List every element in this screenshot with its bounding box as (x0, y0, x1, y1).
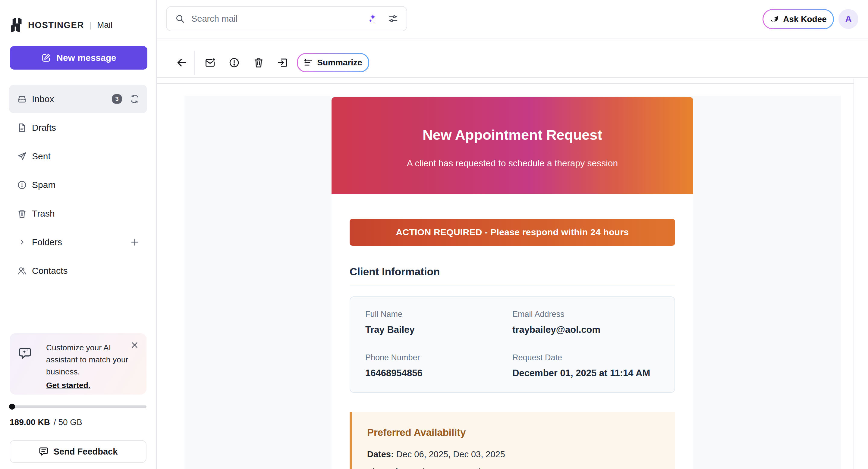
field-value: December 01, 2025 at 11:14 AM (513, 367, 659, 379)
back-arrow-icon[interactable] (176, 57, 188, 69)
inbox-icon (17, 94, 27, 104)
availability-heading: Preferred Availability (367, 427, 660, 439)
sidebar-item-label: Spam (32, 180, 56, 190)
dates-value: Dec 06, 2025, Dec 03, 2025 (396, 449, 505, 459)
add-folder-icon[interactable] (130, 238, 139, 247)
sidebar-item-contacts[interactable]: Contacts (9, 256, 147, 285)
field-value: Tray Bailey (365, 324, 513, 336)
email-subtitle: A client has requested to schedule a the… (332, 158, 693, 168)
ai-promo-message: Customize your AI assistant to match you… (46, 342, 133, 378)
sidebar-item-trash[interactable]: Trash (9, 199, 147, 228)
message-view: New Appointment Request A client has req… (157, 79, 868, 469)
sidebar-item-sent[interactable]: Sent (9, 142, 147, 170)
email-body: ACTION REQUIRED - Please respond within … (332, 194, 693, 469)
content-right-border (854, 79, 854, 469)
brand-logo: HOSTINGER | Mail (10, 18, 113, 33)
sidebar: HOSTINGER | Mail New message Inbox 3 Dr (0, 0, 157, 469)
inbox-unread-badge: 3 (112, 94, 122, 104)
availability-dates: Dates: Dec 06, 2025, Dec 03, 2025 (367, 449, 660, 460)
chevron-right-icon (19, 239, 25, 245)
email-hero-banner: New Appointment Request A client has req… (332, 97, 693, 194)
field-phone-number: Phone Number 16468954856 (365, 353, 513, 379)
message-scroll-area[interactable]: New Appointment Request A client has req… (184, 96, 841, 469)
contacts-icon (17, 266, 27, 276)
field-label: Phone Number (365, 353, 513, 363)
refresh-icon[interactable] (130, 94, 139, 104)
ask-kodee-button[interactable]: Ask Kodee (763, 9, 834, 29)
storage-usage-bar (10, 405, 147, 408)
field-request-date: Request Date December 01, 2025 at 11:14 … (513, 353, 659, 379)
sidebar-item-label: Trash (32, 208, 55, 219)
slots-label: Time Slots: (367, 467, 414, 469)
message-toolbar: Summarize (157, 39, 868, 78)
field-label: Full Name (365, 309, 513, 319)
email-card: New Appointment Request A client has req… (332, 97, 693, 469)
avatar-initial: A (845, 14, 852, 24)
spam-icon (17, 180, 27, 190)
storage-total: / 50 GB (54, 417, 82, 427)
chat-sparkle-icon (18, 346, 32, 360)
compose-icon (41, 53, 51, 63)
storage-label: 189.00 KB / 50 GB (10, 417, 82, 427)
brand-product: Mail (97, 20, 113, 30)
feedback-chat-icon (38, 446, 49, 457)
storage-usage-fill (9, 404, 15, 410)
ai-promo-card: Customize your AI assistant to match you… (10, 333, 147, 395)
ai-promo-get-started-link[interactable]: Get started. (46, 381, 90, 390)
top-header: Ask Kodee A (157, 0, 868, 39)
report-spam-icon[interactable] (229, 57, 240, 68)
storage-used: 189.00 KB (10, 417, 50, 427)
sent-icon (17, 152, 27, 161)
trash-icon (17, 209, 27, 219)
search-input[interactable] (191, 14, 367, 24)
email-title: New Appointment Request (332, 97, 693, 143)
field-email-address: Email Address traybailey@aol.com (513, 309, 659, 336)
message-header-strip (157, 79, 854, 84)
client-information-heading: Client Information (350, 266, 675, 278)
drafts-icon (17, 123, 27, 133)
sidebar-item-label: Inbox (32, 94, 54, 104)
brand-separator: | (90, 21, 92, 30)
ask-kodee-label: Ask Kodee (783, 14, 827, 24)
summarize-icon (304, 58, 313, 67)
folder-nav: Inbox 3 Drafts Sent Spam (9, 85, 147, 285)
close-icon[interactable] (130, 341, 138, 349)
new-message-button[interactable]: New message (10, 46, 147, 70)
field-label: Request Date (513, 353, 659, 363)
send-feedback-label: Send Feedback (54, 447, 118, 457)
summarize-button[interactable]: Summarize (297, 53, 369, 72)
field-label: Email Address (513, 309, 659, 319)
sidebar-item-label: Drafts (32, 123, 56, 133)
preferred-availability-box: Preferred Availability Dates: Dec 06, 20… (350, 412, 675, 469)
ai-search-sparkles-icon[interactable] (367, 13, 378, 24)
field-value: 16468954856 (365, 367, 513, 379)
mark-unread-icon[interactable] (205, 57, 216, 68)
hostinger-logo-icon (10, 18, 23, 33)
brand-name: HOSTINGER (28, 20, 84, 30)
account-avatar[interactable]: A (838, 9, 858, 29)
send-feedback-button[interactable]: Send Feedback (10, 440, 147, 463)
availability-time-slots: Time Slots: Afternoon, Evening (367, 467, 660, 469)
sidebar-item-label: Folders (32, 237, 62, 247)
summarize-label: Summarize (317, 58, 362, 67)
search-icon (175, 14, 185, 24)
move-to-folder-icon[interactable] (277, 57, 288, 68)
sidebar-item-drafts[interactable]: Drafts (9, 113, 147, 142)
field-value: traybailey@aol.com (513, 324, 659, 336)
kodee-icon (770, 15, 779, 24)
delete-icon[interactable] (253, 57, 264, 68)
sidebar-item-label: Contacts (32, 266, 67, 276)
sidebar-item-spam[interactable]: Spam (9, 170, 147, 199)
sidebar-item-inbox[interactable]: Inbox 3 (9, 85, 147, 113)
new-message-label: New message (56, 53, 116, 63)
sidebar-item-label: Sent (32, 151, 51, 162)
slots-value: Afternoon, Evening (416, 467, 490, 469)
field-full-name: Full Name Tray Bailey (365, 309, 513, 336)
section-divider (350, 286, 675, 286)
action-required-banner: ACTION REQUIRED - Please respond within … (350, 219, 675, 246)
search-filters-icon[interactable] (388, 13, 398, 24)
toolbar-divider (194, 51, 195, 75)
sidebar-item-folders[interactable]: Folders (9, 228, 147, 256)
dates-label: Dates: (367, 449, 394, 459)
search-bar (166, 6, 407, 31)
